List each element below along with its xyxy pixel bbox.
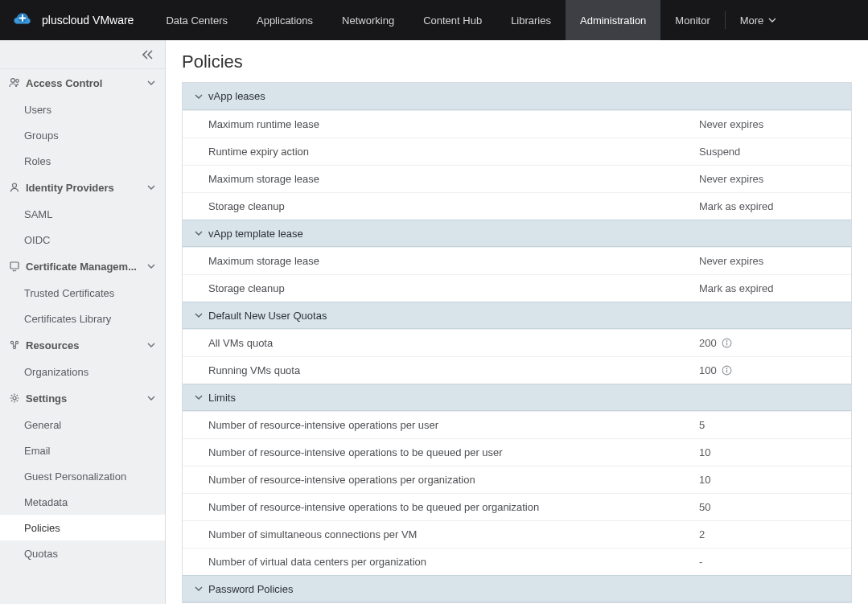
row-label: Number of simultaneous connections per V… [208,528,699,540]
sidebar-collapse-button[interactable] [0,40,165,69]
sidebar-group-label: Resources [26,339,146,351]
sidebar-item-users[interactable]: Users [0,97,165,122]
nav-label: Monitor [675,14,710,27]
svg-point-5 [10,341,13,343]
nav-applications[interactable]: Applications [242,0,327,40]
row-label: Number of resource-intensive operations … [208,501,699,513]
sidebar-item-label: Users [24,104,51,116]
row-value: 2 [699,528,705,540]
nav-label: Administration [580,14,646,27]
policies-panel: vApp leases Maximum runtime lease Never … [182,82,852,603]
svg-point-13 [726,368,728,369]
sidebar-item-certificates-library[interactable]: Certificates Library [0,306,165,331]
sidebar-item-email[interactable]: Email [0,438,165,463]
section-title: vApp leases [208,90,265,102]
sidebar-item-label: SAML [24,208,52,220]
sidebar-item-oidc[interactable]: OIDC [0,227,165,253]
sidebar-item-policies[interactable]: Policies [0,515,165,540]
row-value: 10 [699,474,710,486]
info-icon[interactable] [722,338,733,349]
nav-libraries[interactable]: Libraries [496,0,566,40]
row-runtime-expiry-action: Runtime expiry action Suspend [183,138,851,165]
sidebar-item-saml[interactable]: SAML [0,201,165,227]
chevron-down-icon [192,229,205,237]
row-label: Number of resource-intensive operations … [208,419,699,431]
section-header-default-quotas[interactable]: Default New User Quotas [183,302,851,329]
section-header-vapp-template-lease[interactable]: vApp template lease [183,220,851,247]
svg-rect-4 [10,262,19,269]
row-value: Never expires [699,255,763,267]
resources-icon [8,339,21,351]
row-label: All VMs quota [208,337,699,349]
sidebar-item-roles[interactable]: Roles [0,148,165,174]
chevron-down-icon [192,585,205,593]
svg-point-10 [726,340,728,342]
certificate-icon [8,260,21,273]
row-label: Maximum storage lease [208,173,699,185]
nav-networking[interactable]: Networking [327,0,409,40]
users-icon [8,76,21,89]
chevron-down-icon [192,311,205,319]
nav-more[interactable]: More [726,0,792,40]
sidebar-group-resources[interactable]: Resources [0,331,165,359]
sidebar-group-label: Settings [26,392,146,405]
row-label: Number of resource-intensive operations … [208,446,699,458]
nav-data-centers[interactable]: Data Centers [151,0,242,40]
nav-label: Networking [342,14,394,27]
sidebar-item-label: OIDC [24,234,51,246]
nav-administration[interactable]: Administration [566,0,660,40]
row-value: 50 [699,501,710,513]
brand[interactable]: pluscloud VMware [0,0,146,40]
row-ops-per-org: Number of resource-intensive operations … [183,466,851,493]
chevron-down-icon [146,341,157,349]
chevron-down-icon [192,92,205,101]
sidebar-item-general[interactable]: General [0,412,165,438]
sidebar-item-label: Trusted Certificates [24,287,114,299]
sidebar-group-settings[interactable]: Settings [0,384,165,412]
sidebar-group-label: Access Control [26,77,146,89]
sidebar-item-groups[interactable]: Groups [0,122,165,148]
section-header-password-policies[interactable]: Password Policies [183,575,851,602]
sidebar-item-trusted-certificates[interactable]: Trusted Certificates [0,280,165,306]
section-vapp-template-lease: vApp template lease Maximum storage leas… [183,220,851,302]
row-label: Running VMs quota [208,364,699,376]
info-icon[interactable] [722,365,733,376]
sidebar-item-guest-personalization[interactable]: Guest Personalization [0,463,165,489]
row-queued-per-org: Number of resource-intensive operations … [183,493,851,520]
sidebar-group-access-control[interactable]: Access Control [0,69,165,97]
identity-icon [8,181,21,194]
content: Policies vApp leases Maximum runtime lea… [166,40,868,604]
row-value: 5 [699,419,705,431]
sidebar-item-label: Metadata [24,496,68,508]
row-value: Mark as expired [699,200,773,212]
svg-point-2 [16,80,19,83]
sidebar-item-label: Email [24,445,51,457]
row-label: Number of virtual data centers per organ… [208,556,699,568]
sidebar-group-certificate-management[interactable]: Certificate Managem... [0,253,165,280]
nav-content-hub[interactable]: Content Hub [409,0,496,40]
section-header-vapp-leases[interactable]: vApp leases [183,83,851,110]
chevron-down-icon [768,14,776,27]
svg-point-8 [13,397,16,400]
nav-monitor[interactable]: Monitor [660,0,724,40]
sidebar-item-label: Policies [24,522,60,534]
sidebar-item-organizations[interactable]: Organizations [0,359,165,384]
nav-label: Applications [257,14,313,27]
sidebar-group-identity-providers[interactable]: Identity Providers [0,174,165,201]
topbar: pluscloud VMware Data Centers Applicatio… [0,0,868,40]
row-all-vms-quota: All VMs quota 200 [183,329,851,356]
chevron-down-icon [146,262,157,270]
section-header-limits[interactable]: Limits [183,384,851,411]
sidebar-item-quotas[interactable]: Quotas [0,540,165,566]
row-max-runtime-lease: Maximum runtime lease Never expires [183,110,851,138]
row-value: 100 [699,364,717,376]
section-title: Password Policies [208,583,294,595]
svg-rect-14 [726,370,727,373]
page-title: Policies [182,51,852,72]
nav-label: More [740,14,764,27]
row-value: Mark as expired [699,282,773,294]
row-template-max-storage-lease: Maximum storage lease Never expires [183,247,851,274]
sidebar-item-metadata[interactable]: Metadata [0,489,165,515]
section-limits: Limits Number of resource-intensive oper… [183,384,851,575]
row-value: Suspend [699,146,740,158]
